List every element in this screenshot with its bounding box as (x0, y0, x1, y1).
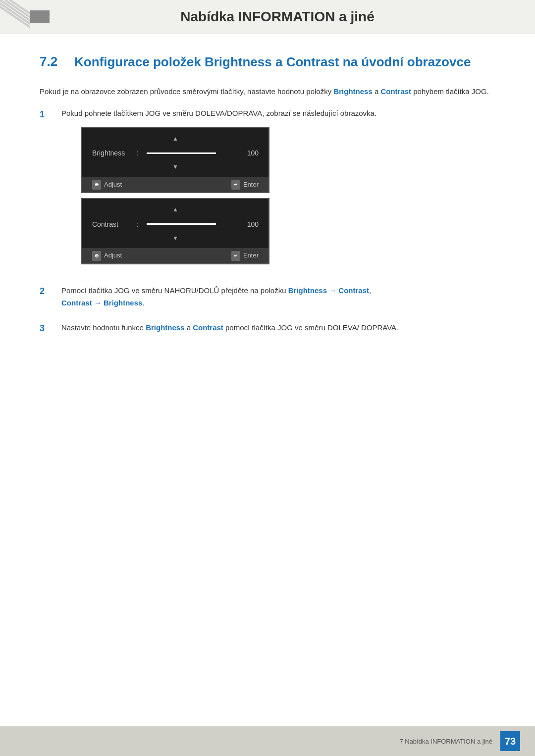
contrast-label: Contrast (92, 219, 132, 230)
step-2-content: Pomocí tlačítka JOG ve směru NAHORU/DOLŮ… (61, 284, 495, 309)
step-2-arrow1: → Contrast (327, 286, 369, 295)
contrast-colon: : (137, 219, 139, 230)
step-1-text: Pokud pohnete tlačítkem JOG ve směru DOL… (61, 109, 376, 117)
header-decoration (0, 0, 30, 34)
brightness-colon: : (137, 148, 139, 158)
contrast-enter-icon: ↵ (231, 251, 240, 261)
intro-text-1: Pokud je na obrazovce zobrazen průvodce … (40, 87, 333, 96)
contrast-bar (147, 223, 216, 225)
page-number: 73 (500, 731, 520, 751)
brightness-arrow-up: ▲ (92, 132, 259, 145)
contrast-adjust-label: Adjust (104, 251, 122, 261)
step-2-before: Pomocí tlačítka JOG ve směru NAHORU/DOLŮ… (61, 286, 288, 295)
brightness-screen: ▲ Brightness : 100 ▼ (81, 127, 269, 194)
step-2-text: Pomocí tlačítka JOG ve směru NAHORU/DOLŮ… (61, 286, 371, 307)
contrast-value: 100 (244, 219, 259, 230)
enter-icon: ↵ (231, 180, 240, 190)
intro-bold-brightness: Brightness (333, 87, 372, 96)
contrast-arrow-up: ▲ (92, 203, 259, 215)
screens-container: ▲ Brightness : 100 ▼ (81, 127, 269, 264)
brightness-screen-inner: ▲ Brightness : 100 ▼ (82, 128, 268, 177)
contrast-row: Contrast : 100 (92, 216, 259, 233)
step-3-number: 3 (40, 321, 52, 336)
brightness-adjust-btn: ⊕ Adjust (92, 180, 122, 190)
steps-list: 1 Pokud pohnete tlačítkem JOG ve směru D… (40, 107, 495, 336)
step-3-content: Nastavte hodnotu funkce Brightness a Con… (61, 321, 495, 336)
step-3-text: Nastavte hodnotu funkce Brightness a Con… (61, 323, 398, 332)
step-1-number: 1 (40, 107, 52, 272)
brightness-adjust-label: Adjust (104, 180, 122, 190)
step-3: 3 Nastavte hodnotu funkce Brightness a C… (40, 321, 495, 336)
brightness-enter-label: Enter (243, 180, 259, 190)
step-3-contrast: Contrast (193, 323, 223, 332)
intro-paragraph: Pokud je na obrazovce zobrazen průvodce … (40, 86, 495, 98)
footer-text: 7 Nabídka INFORMATION a jiné (399, 738, 492, 745)
contrast-enter-label: Enter (243, 251, 259, 261)
step-2-comma: , (369, 286, 371, 295)
step-3-before: Nastavte hodnotu funkce (61, 323, 146, 332)
step-1: 1 Pokud pohnete tlačítkem JOG ve směru D… (40, 107, 495, 272)
page-title: Nabídka INFORMATION a jiné (50, 9, 505, 25)
intro-bold-contrast: Contrast (380, 87, 411, 96)
brightness-footer: ⊕ Adjust ↵ Enter (82, 177, 268, 193)
section-title: Konfigurace položek Brightness a Contras… (74, 54, 471, 71)
step-3-mid: a (184, 323, 193, 332)
step-2-brightness: Brightness (288, 286, 327, 295)
brightness-arrow-down: ▼ (92, 161, 259, 174)
step-3-after: pomocí tlačítka JOG ve směru DOLEVA/ DOP… (223, 323, 398, 332)
page-footer: 7 Nabídka INFORMATION a jiné 73 (0, 726, 535, 756)
contrast-footer: ⊕ Adjust ↵ Enter (82, 248, 268, 263)
step-3-brightness: Brightness (146, 323, 184, 332)
contrast-adjust-icon: ⊕ (92, 251, 101, 261)
section-heading: 7.2 Konfigurace položek Brightness a Con… (40, 54, 495, 71)
intro-text-2: a (373, 87, 381, 96)
page-header: Nabídka INFORMATION a jiné (0, 0, 535, 34)
step-2-arrow2: → Brightness (92, 299, 143, 307)
brightness-enter-btn: ↵ Enter (231, 180, 259, 190)
contrast-arrow-down: ▼ (92, 233, 259, 245)
brightness-bar-container: : (132, 148, 244, 158)
contrast-bar-container: : (132, 219, 244, 230)
adjust-icon: ⊕ (92, 180, 101, 190)
contrast-screen: ▲ Contrast : 100 ▼ (81, 198, 269, 264)
brightness-row: Brightness : 100 (92, 145, 259, 161)
contrast-adjust-btn: ⊕ Adjust (92, 251, 122, 261)
section-number: 7.2 (40, 54, 64, 69)
brightness-bar (147, 152, 216, 154)
contrast-screen-inner: ▲ Contrast : 100 ▼ (82, 199, 268, 248)
step-2-contrast: Contrast (61, 299, 92, 307)
intro-text-3: pohybem tlačítka JOG. (411, 87, 489, 96)
main-content: 7.2 Konfigurace položek Brightness a Con… (0, 34, 535, 387)
brightness-label: Brightness (92, 148, 132, 158)
brightness-value: 100 (244, 148, 259, 158)
contrast-enter-btn: ↵ Enter (231, 251, 259, 261)
step-2-period: . (142, 299, 144, 307)
step-2: 2 Pomocí tlačítka JOG ve směru NAHORU/DO… (40, 284, 495, 309)
step-1-content: Pokud pohnete tlačítkem JOG ve směru DOL… (61, 107, 495, 272)
step-2-number: 2 (40, 284, 52, 309)
